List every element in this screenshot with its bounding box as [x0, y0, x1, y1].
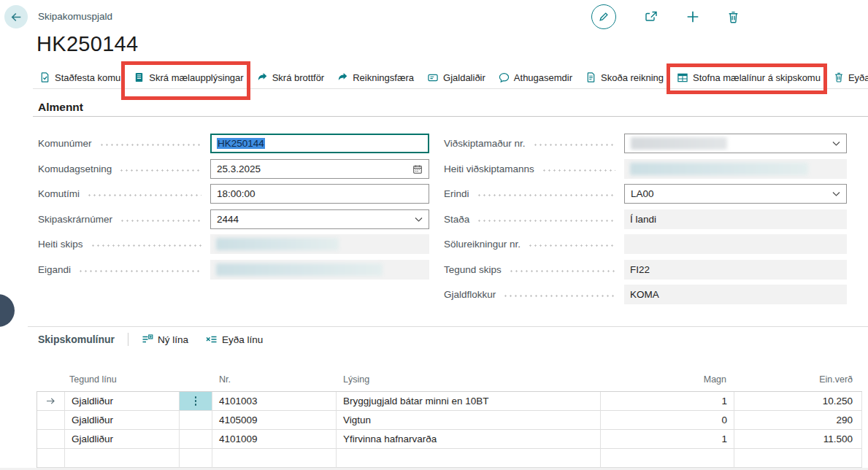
row-options-cell[interactable] [180, 411, 212, 430]
field-erindi: Erindi LA00 [444, 184, 847, 204]
edit-button[interactable] [591, 4, 616, 29]
delete-line-button[interactable]: Eyða línu [206, 334, 263, 345]
trash-icon [834, 72, 844, 83]
chevron-down-icon[interactable] [832, 191, 840, 197]
action-stadfesta-komu[interactable]: Staðfesta komu [38, 72, 122, 83]
cell-einverd[interactable] [734, 449, 862, 468]
action-skoda-reikning[interactable]: Skoða reikning [584, 72, 665, 83]
erindi-input[interactable]: LA00 [624, 184, 847, 204]
solureikningur-value [624, 234, 847, 254]
dotted-leader [542, 169, 615, 172]
field-komunumer: Komunúmer HK250144 [38, 134, 429, 153]
tegund-skips-value: FI22 [624, 260, 847, 280]
row-options-cell[interactable] [180, 392, 212, 411]
col-header-magn[interactable]: Magn [600, 374, 726, 385]
field-skipaskrarnumer: Skipaskrárnúmer 2444 [38, 209, 429, 229]
toolbar-divider [33, 88, 868, 89]
chevron-down-icon[interactable] [832, 141, 840, 147]
dotted-leader [503, 295, 615, 297]
action-skra-brottfor[interactable]: Skrá brottför [256, 72, 326, 83]
cell-magn[interactable] [601, 449, 734, 468]
cell-einverd[interactable]: 10.250 [734, 392, 862, 411]
cell-tegund[interactable] [65, 449, 180, 468]
comment-icon [499, 72, 510, 83]
komudagsetning-input[interactable]: 25.3.2025 [210, 159, 429, 179]
back-button[interactable] [4, 5, 28, 28]
part-divider [28, 326, 868, 327]
dotted-leader [99, 144, 201, 146]
section-title-almennt[interactable]: Almennt [38, 101, 83, 114]
heiti-skips-value [210, 234, 429, 254]
cell-magn[interactable]: 1 [601, 392, 734, 411]
field-heiti-skips: Heiti skips [38, 234, 429, 254]
cell-lysing[interactable]: Bryggjugjald bátar minni en 10BT [337, 392, 601, 411]
share-icon[interactable] [644, 10, 658, 23]
cell-einverd[interactable]: 290 [734, 411, 862, 430]
action-stofna-maelalinur[interactable]: Stofna mælalínur á skipskomu [675, 72, 822, 83]
action-gjaldalidir[interactable]: Gjaldaliðir [426, 72, 487, 83]
dotted-leader [87, 194, 201, 196]
breadcrumb[interactable]: Skipakomuspjald [38, 11, 112, 22]
vidskiptamadur-input[interactable] [624, 134, 847, 153]
cell-magn[interactable]: 1 [601, 430, 734, 449]
window-actions [591, 4, 740, 30]
row-selector-cell[interactable] [37, 411, 65, 430]
action-skra-maelaupplysingar[interactable]: Skrá mælaupplýsingar [132, 72, 245, 83]
document-check-icon [39, 72, 50, 83]
col-header-nr[interactable]: Nr. [219, 374, 231, 385]
cell-lysing[interactable] [337, 449, 601, 468]
cell-nr[interactable]: 4101003 [212, 392, 337, 411]
col-header-lysing[interactable]: Lýsing [343, 374, 369, 385]
ledger-icon [134, 72, 145, 83]
new-line-icon [142, 334, 153, 344]
row-selector-cell[interactable] [37, 392, 65, 411]
heiti-vidskiptamanns-value [624, 159, 847, 179]
cell-nr[interactable]: 4101009 [212, 430, 337, 449]
side-panel-handle[interactable] [0, 294, 15, 327]
add-icon[interactable] [686, 10, 699, 23]
cell-tegund[interactable]: Gjaldliður [65, 392, 180, 411]
chevron-down-icon[interactable] [415, 217, 423, 223]
lines-part-title[interactable]: Skipskomulínur [38, 334, 115, 345]
post-arrow-icon [337, 72, 348, 83]
field-komutimi: Komutími 18:00:00 [38, 184, 429, 204]
more-options-icon [195, 396, 197, 406]
dotted-leader [119, 169, 201, 172]
row-options-cell[interactable] [180, 430, 212, 449]
row-options-cell[interactable] [180, 449, 212, 468]
col-header-tegund-linu[interactable]: Tegund línu [69, 374, 117, 385]
action-reikningsfaera[interactable]: Reikningsfæra [336, 72, 415, 83]
row-selector-cell[interactable] [37, 449, 65, 468]
calendar-icon[interactable] [412, 164, 423, 174]
cell-tegund[interactable]: Gjaldliður [65, 430, 180, 449]
dotted-leader [91, 244, 201, 247]
cell-lysing[interactable]: Vigtun [337, 411, 601, 430]
col-header-einverd[interactable]: Ein.verð [734, 374, 853, 385]
redacted-text [631, 137, 727, 150]
cell-tegund[interactable]: Gjaldliður [65, 411, 180, 430]
cell-nr[interactable]: 4105009 [212, 411, 337, 430]
komutimi-input[interactable]: 18:00:00 [210, 184, 429, 204]
dotted-leader [533, 144, 615, 146]
dotted-leader [509, 270, 615, 272]
stada-value: Í landi [624, 209, 847, 229]
komunumer-input[interactable]: HK250144 [210, 134, 429, 153]
delete-icon[interactable] [727, 10, 740, 24]
cell-lysing[interactable]: Yfirvinna hafnarvarða [337, 430, 601, 449]
action-athugasemdir[interactable]: Athugasemdir [497, 72, 574, 83]
cell-einverd[interactable]: 11.500 [734, 430, 862, 449]
lines-table: Gjaldliður 4101003 Bryggjugjald bátar mi… [37, 391, 862, 468]
skipaskrarnumer-input[interactable]: 2444 [210, 209, 429, 229]
field-vidskiptamadur-nr: Viðskiptamaður nr. [444, 134, 847, 153]
field-tegund-skips: Tegund skips FI22 [444, 260, 847, 280]
redacted-text [216, 238, 339, 250]
action-eyda-obokudum[interactable]: Eyða óbóku [832, 72, 868, 83]
dotted-leader [477, 194, 615, 196]
cell-nr[interactable] [212, 449, 337, 468]
cell-magn[interactable]: 0 [601, 411, 734, 430]
table-create-icon [677, 72, 688, 83]
dotted-leader [528, 244, 615, 247]
row-selector-cell[interactable] [37, 430, 65, 449]
new-line-button[interactable]: Ný lína [142, 334, 188, 345]
skipakomuspjald-page: Skipakomuspjald HK250144 Staðfesta komu [0, 0, 868, 470]
